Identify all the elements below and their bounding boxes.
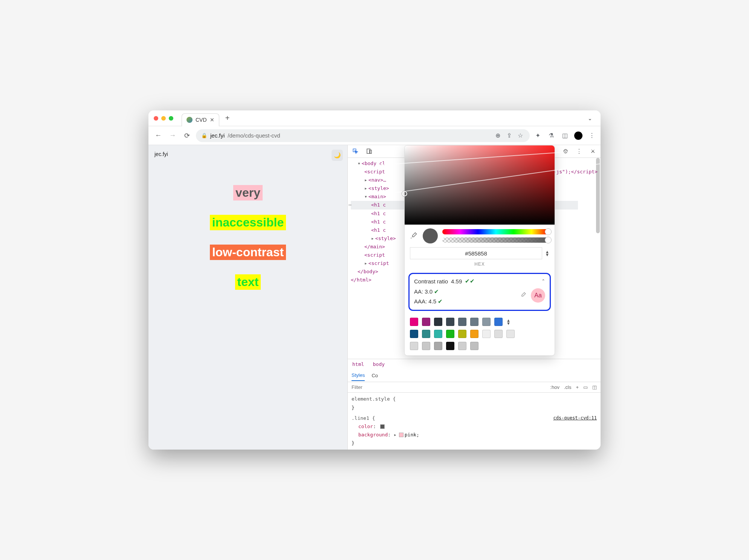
color-swatch-icon[interactable] (380, 424, 385, 429)
palette-swatch[interactable] (410, 342, 418, 350)
el-body-close[interactable]: </body> (358, 269, 378, 274)
styles-filter-input[interactable] (348, 382, 546, 392)
close-devtools-icon[interactable]: ✕ (588, 147, 597, 156)
sidebar-toggle-icon[interactable]: ◫ (592, 384, 597, 390)
tab-computed[interactable]: Co (371, 370, 378, 381)
aa-check-icon: ✔ (434, 288, 439, 295)
address-bar[interactable]: 🔒 jec.fyi/demo/cds-quest-cvd ⊕ ⇪ ☆ (196, 129, 530, 142)
palette-swatch[interactable] (422, 342, 430, 350)
browser-tab[interactable]: CVD ✕ (182, 113, 219, 126)
profile-avatar[interactable] (574, 132, 582, 140)
minimize-window-button[interactable] (161, 116, 166, 121)
palette-swatch[interactable] (470, 342, 478, 350)
palette-swatch[interactable] (446, 330, 454, 338)
palette-swatch[interactable] (434, 318, 442, 326)
alpha-knob[interactable] (545, 237, 552, 243)
palette-stepper-icon[interactable]: ▲▼ (506, 319, 549, 325)
close-tab-icon[interactable]: ✕ (210, 117, 214, 123)
palette-swatch[interactable] (422, 318, 430, 326)
new-tab-button[interactable]: + (222, 113, 233, 124)
theme-toggle-button[interactable]: 🌙 (332, 150, 343, 161)
palette-swatch[interactable] (482, 318, 491, 326)
labs-icon[interactable]: ⚗ (547, 132, 555, 140)
color-cursor[interactable] (402, 191, 407, 196)
demo-line1: very (233, 185, 263, 200)
maximize-window-button[interactable] (169, 116, 173, 121)
el-script2[interactable]: <script (364, 252, 385, 258)
el-main-close[interactable]: </main> (364, 244, 385, 249)
page-viewport: jec.fyi 🌙 very inaccessible low-contrast… (148, 145, 347, 450)
css-rules-panel[interactable]: element.style { } cds-quest-cvd:11 .line… (348, 393, 601, 450)
computed-icon[interactable]: ▭ (583, 384, 588, 390)
palette-swatch[interactable] (458, 342, 466, 350)
contrast-sample-swatch: Aa (531, 288, 545, 303)
color-picker-popover: #585858 ▲▼ HEX Contrast ratio 4.59 ✔✔ ⌃ … (404, 145, 555, 356)
hue-knob[interactable] (545, 228, 552, 235)
new-rule-icon[interactable]: + (576, 384, 579, 390)
palette-swatch[interactable] (458, 330, 466, 338)
back-button[interactable]: ← (153, 130, 164, 141)
el-nav[interactable]: <nav>… (368, 177, 386, 183)
el-h1-4[interactable]: <h1 c (371, 227, 386, 233)
bg-value[interactable]: pink (405, 432, 416, 438)
bookmark-icon[interactable]: ☆ (516, 132, 524, 140)
palette-swatch[interactable] (470, 318, 478, 326)
palette-swatch[interactable] (482, 330, 491, 338)
breadcrumb[interactable]: html body (348, 359, 601, 369)
el-script1[interactable]: <script (364, 169, 385, 174)
alpha-slider[interactable] (442, 237, 549, 243)
lock-icon: 🔒 (201, 133, 207, 138)
share-icon[interactable]: ⇪ (505, 132, 513, 140)
el-style2[interactable]: <style> (375, 236, 396, 241)
palette-swatch[interactable] (446, 318, 454, 326)
palette-swatch[interactable] (434, 330, 442, 338)
palette-swatch[interactable] (494, 318, 503, 326)
prop-color[interactable]: color (358, 424, 373, 429)
cls-button[interactable]: .cls (564, 384, 572, 390)
palette-swatch[interactable] (458, 318, 466, 326)
titlebar: CVD ✕ + ⌄ (148, 110, 601, 126)
crumb-html[interactable]: html (352, 361, 364, 367)
zoom-icon[interactable]: ⊕ (494, 132, 502, 140)
el-style[interactable]: <style> (368, 185, 389, 191)
eyedropper-icon[interactable] (410, 232, 418, 240)
palette-swatch[interactable] (410, 330, 418, 338)
inspect-element-icon[interactable] (352, 147, 360, 156)
format-stepper-icon[interactable]: ▲▼ (545, 250, 549, 256)
crumb-body[interactable]: body (373, 361, 385, 367)
palette-swatch[interactable] (434, 342, 442, 350)
collapse-contrast-icon[interactable]: ⌃ (541, 278, 545, 284)
el-h1-2[interactable]: <h1 c (371, 211, 386, 216)
prop-background[interactable]: background (358, 432, 388, 438)
page-content: very inaccessible low-contrast text (153, 185, 343, 290)
hex-input[interactable]: #585858 (410, 247, 542, 259)
contrast-section: Contrast ratio 4.59 ✔✔ ⌃ AA: 3.0 ✔ AAA: (408, 273, 551, 311)
el-body[interactable]: <body cl (362, 161, 385, 166)
palette-swatch[interactable] (470, 330, 478, 338)
tab-styles[interactable]: Styles (352, 370, 365, 381)
palette-swatch[interactable] (494, 330, 503, 338)
hue-slider[interactable] (442, 229, 549, 234)
extensions-icon[interactable]: ✦ (533, 132, 542, 140)
palette-swatch[interactable] (422, 330, 430, 338)
palette-swatch[interactable] (446, 342, 454, 350)
reload-button[interactable]: ⟳ (182, 130, 192, 141)
hov-button[interactable]: :hov (550, 384, 559, 390)
menu-icon[interactable]: ⋮ (588, 132, 596, 140)
close-window-button[interactable] (154, 116, 158, 121)
device-toolbar-icon[interactable] (365, 147, 373, 156)
el-h1-3[interactable]: <h1 c (371, 219, 386, 225)
el-h1-1[interactable]: <h1 c (371, 202, 386, 208)
forward-button[interactable]: → (167, 130, 178, 141)
palette-swatch[interactable] (506, 330, 515, 338)
color-field[interactable] (405, 145, 555, 225)
el-html-close[interactable]: </html> (351, 277, 371, 283)
tabs-overflow-icon[interactable]: ⌄ (585, 115, 595, 121)
bg-eyedropper-icon[interactable] (520, 292, 527, 299)
panel-icon[interactable]: ◫ (561, 132, 569, 140)
source-link[interactable]: cds-quest-cvd:11 (553, 414, 597, 422)
bg-swatch-icon[interactable] (399, 433, 404, 437)
palette-swatch[interactable] (410, 318, 418, 326)
demo-line3: low-contrast (210, 245, 286, 260)
el-script3[interactable]: <script (368, 260, 389, 266)
